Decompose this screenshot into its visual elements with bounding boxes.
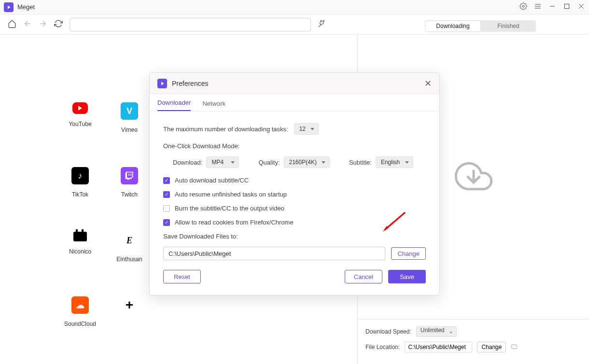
max-tasks-label: The maximum number of downloading tasks: — [163, 126, 288, 133]
save-path-label: Save Downloaded Files to: — [163, 233, 426, 240]
reset-button[interactable]: Reset — [163, 270, 201, 283]
download-format-label: Download: — [173, 159, 202, 166]
max-tasks-select[interactable]: 12 — [294, 123, 319, 135]
download-format-select[interactable]: MP4 — [206, 156, 239, 168]
dialog-logo-icon — [157, 79, 167, 88]
save-button[interactable]: Save — [388, 270, 426, 283]
checkbox-burn-subtitle-label: Burn the subtitle/CC to the output video — [175, 205, 284, 212]
preferences-dialog: Preferences ✕ Downloader Network The max… — [149, 72, 440, 295]
tab-downloader[interactable]: Downloader — [157, 99, 191, 111]
change-path-button[interactable]: Change — [391, 247, 426, 260]
save-path-input[interactable] — [163, 247, 385, 260]
quality-label: Quality: — [258, 159, 280, 166]
subtitle-label: Subtitle: — [349, 159, 372, 166]
quality-select[interactable]: 2160P(4K) — [284, 156, 330, 168]
checkbox-auto-resume[interactable] — [163, 191, 170, 198]
dialog-close-icon[interactable]: ✕ — [424, 78, 432, 89]
tab-network[interactable]: Network — [202, 100, 225, 111]
checkbox-read-cookies-label: Allow to read cookies from Firefox/Chrom… — [175, 219, 294, 226]
dialog-overlay: Preferences ✕ Downloader Network The max… — [0, 0, 589, 364]
cancel-button[interactable]: Cancel — [345, 270, 382, 283]
checkbox-auto-subtitle-label: Auto download subtitle/CC — [175, 177, 249, 184]
checkbox-read-cookies[interactable] — [163, 219, 170, 226]
checkbox-auto-subtitle[interactable] — [163, 177, 170, 184]
checkbox-burn-subtitle[interactable] — [163, 205, 170, 212]
checkbox-auto-resume-label: Auto resume unfinished tasks on startup — [175, 191, 287, 198]
subtitle-select[interactable]: English — [376, 156, 413, 168]
dialog-title: Preferences — [172, 80, 424, 87]
oneclick-label: One-Click Download Mode: — [163, 142, 426, 150]
